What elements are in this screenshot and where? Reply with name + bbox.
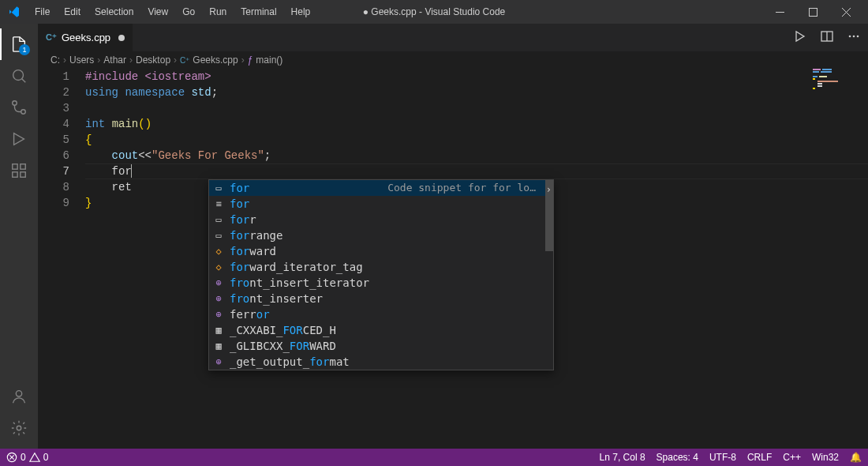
func-icon: ⊕ [212, 276, 225, 289]
menu-terminal[interactable]: Terminal [234, 4, 282, 20]
func-icon: ⊕ [212, 308, 225, 321]
autocomplete-item[interactable]: ⊕front_insert_iterator [209, 275, 553, 291]
window-minimize-button[interactable] [764, 1, 795, 23]
activity-run-debug[interactable] [0, 123, 38, 155]
status-errors[interactable]: 0 0 [6, 452, 48, 463]
svg-rect-6 [21, 164, 25, 169]
menu-help[interactable]: Help [285, 4, 317, 20]
breadcrumb-segment[interactable]: C: [51, 54, 60, 66]
tab-geeks-cpp[interactable]: C⁺ Geeks.cpp [38, 24, 133, 51]
minimap[interactable] [813, 69, 857, 85]
cpp-file-icon: C⁺ [46, 32, 57, 43]
status-line-col[interactable]: Ln 7, Col 8 [600, 452, 645, 463]
activity-accounts[interactable] [0, 381, 38, 412]
svg-point-3 [13, 101, 17, 106]
autocomplete-item[interactable]: ◇forward [209, 243, 553, 259]
class-icon: ◇ [212, 245, 225, 257]
text-cursor [131, 164, 132, 178]
autocomplete-item[interactable]: ▭forCode snippet for for lo… [209, 180, 553, 196]
menu-edit[interactable]: Edit [58, 4, 87, 20]
autocomplete-item[interactable]: ▦_CXXABI_FORCED_H [209, 322, 553, 338]
window-close-button[interactable] [830, 1, 862, 23]
status-eol[interactable]: CRLF [747, 452, 772, 463]
status-encoding[interactable]: UTF-8 [709, 452, 736, 463]
activity-search[interactable] [0, 60, 38, 92]
menu-go[interactable]: Go [176, 4, 201, 20]
more-actions-button[interactable] [847, 30, 860, 45]
svg-point-9 [16, 391, 21, 396]
activity-explorer[interactable]: 1 [0, 28, 38, 60]
menu-selection[interactable]: Selection [88, 4, 140, 20]
snippet-icon: ▭ [212, 182, 225, 194]
snippet-icon: ▭ [212, 229, 225, 242]
svg-point-4 [21, 110, 26, 115]
const-icon: ▦ [212, 340, 225, 352]
split-editor-button[interactable] [821, 30, 833, 45]
tab-bar: C⁺ Geeks.cpp [38, 24, 868, 51]
line-number-gutter: 1 2 3 4 5 6 7 8 9 [38, 69, 85, 449]
tab-dirty-indicator [118, 35, 125, 41]
code-content[interactable]: #include <iostream> using namespace std;… [85, 69, 868, 449]
svg-point-15 [857, 36, 859, 38]
activity-extensions[interactable] [0, 155, 38, 186]
breadcrumb[interactable]: C:› Users› Athar› Desktop› C⁺ Geeks.cpp›… [38, 51, 868, 69]
status-notifications[interactable]: 🔔 [850, 452, 862, 463]
menu-view[interactable]: View [141, 4, 174, 20]
func-icon: ⊕ [212, 292, 225, 305]
status-indentation[interactable]: Spaces: 4 [657, 452, 698, 463]
autocomplete-readmore-icon[interactable]: › [546, 182, 552, 197]
activity-source-control[interactable] [0, 92, 38, 123]
breadcrumb-segment[interactable]: ƒ main() [248, 54, 283, 66]
title-bar: File Edit Selection View Go Run Terminal… [0, 0, 868, 24]
autocomplete-label: forr [230, 212, 256, 227]
run-button[interactable] [794, 30, 806, 45]
status-bar: 0 0 Ln 7, Col 8 Spaces: 4 UTF-8 CRLF C++… [0, 449, 868, 466]
window-maximize-button[interactable] [797, 1, 829, 23]
autocomplete-item[interactable]: ◇forward_iterator_tag [209, 259, 553, 275]
menu-file[interactable]: File [28, 4, 56, 20]
svg-rect-7 [13, 172, 17, 177]
autocomplete-item[interactable]: ⊕ferror [209, 306, 553, 322]
autocomplete-item[interactable]: ⊕_get_output_format [209, 354, 553, 370]
svg-point-13 [849, 36, 851, 38]
explorer-badge: 1 [19, 44, 30, 55]
svg-rect-8 [21, 172, 25, 177]
keyword-icon: ≡ [212, 197, 225, 210]
autocomplete-label: forrange [230, 227, 282, 243]
autocomplete-label: for [230, 180, 249, 196]
autocomplete-item[interactable]: ≡for [209, 196, 553, 212]
autocomplete-label: forward_iterator_tag [230, 259, 363, 275]
breadcrumb-segment[interactable]: Desktop [136, 54, 170, 66]
svg-point-10 [17, 426, 21, 430]
autocomplete-label: for [230, 196, 249, 212]
autocomplete-label: forward [230, 243, 276, 259]
activity-settings[interactable] [0, 412, 38, 444]
status-target[interactable]: Win32 [812, 452, 839, 463]
editor-scrollbar[interactable] [857, 114, 868, 449]
autocomplete-popup[interactable]: › ▭forCode snippet for for lo…≡for▭forr▭… [208, 179, 554, 370]
activity-bar: 1 [0, 24, 38, 449]
autocomplete-label: _get_output_format [230, 354, 350, 370]
svg-rect-1 [809, 8, 817, 16]
status-language[interactable]: C++ [783, 452, 801, 463]
svg-rect-0 [776, 12, 784, 13]
breadcrumb-segment[interactable]: C⁺ Geeks.cpp [180, 54, 238, 66]
svg-point-14 [853, 36, 855, 38]
snippet-icon: ▭ [212, 213, 225, 226]
autocomplete-label: ferror [230, 306, 270, 322]
breadcrumb-segment[interactable]: Users [69, 54, 94, 66]
autocomplete-label: front_inserter [230, 291, 323, 306]
const-icon: ▦ [212, 324, 225, 336]
menu-run[interactable]: Run [203, 4, 233, 20]
autocomplete-item[interactable]: ▦_GLIBCXX_FORWARD [209, 338, 553, 354]
autocomplete-label: _GLIBCXX_FORWARD [230, 338, 336, 354]
func-icon: ⊕ [212, 355, 225, 368]
autocomplete-label: front_insert_iterator [230, 275, 369, 291]
window-title: ● Geeks.cpp - Visual Studio Code [363, 6, 506, 17]
breadcrumb-segment[interactable]: Athar [103, 54, 126, 66]
autocomplete-item[interactable]: ▭forrange [209, 227, 553, 243]
class-icon: ◇ [212, 261, 225, 273]
code-editor[interactable]: 1 2 3 4 5 6 7 8 9 #include <iostream> us… [38, 69, 868, 449]
autocomplete-item[interactable]: ▭forr [209, 212, 553, 227]
autocomplete-item[interactable]: ⊕front_inserter [209, 291, 553, 306]
